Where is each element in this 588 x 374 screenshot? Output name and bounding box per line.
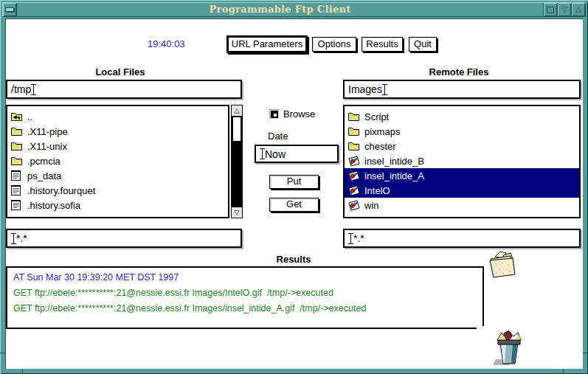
client-area: 19:40:03 URL Parameters Options Results …: [5, 18, 583, 369]
text-cursor: [31, 84, 36, 95]
text-cursor: [382, 84, 387, 95]
folder-icon: [347, 111, 362, 122]
scroll-down-icon[interactable]: ▽: [232, 207, 242, 218]
options-button[interactable]: Options: [312, 37, 356, 52]
remote-path-value: Images: [348, 83, 382, 95]
file-name: .history.sofia: [27, 200, 80, 211]
scroll-up-icon[interactable]: △: [232, 105, 242, 116]
results-title: Results: [220, 254, 367, 265]
image-icon: [347, 199, 362, 211]
document-icon: [10, 170, 24, 181]
file-item-chester[interactable]: chester: [345, 139, 579, 153]
file-item-win[interactable]: win: [345, 198, 579, 212]
date-field[interactable]: Now: [255, 145, 339, 163]
log-line: GET ftp://ebele:**********:21@nessie.ess…: [13, 301, 482, 316]
local-path-field[interactable]: /tmp: [6, 80, 242, 99]
text-cursor: [348, 233, 353, 244]
lower-window-icon: [561, 6, 567, 13]
file-name: Script: [364, 111, 389, 122]
folder-icon: [10, 140, 24, 152]
local-files-title: Local Files: [46, 66, 194, 77]
file-item-ps_data[interactable]: ps_data: [7, 168, 228, 183]
image-icon: [347, 184, 362, 196]
scrollbar-thumb[interactable]: [232, 117, 241, 142]
checkbox-mark: [271, 111, 278, 118]
file-name: insel_intide_A: [364, 170, 424, 181]
file-item-pixmaps[interactable]: pixmaps: [345, 124, 579, 139]
file-item-.X11-pipe[interactable]: .X11-pipe: [7, 124, 228, 139]
image-icon: [347, 155, 362, 167]
file-name: .history.fourquet: [27, 185, 95, 196]
image-icon: [347, 170, 362, 181]
folder-icon: [10, 125, 24, 137]
local-path-value: /tmp: [11, 83, 31, 95]
file-name: pixmaps: [364, 126, 400, 137]
file-name: ..: [27, 111, 32, 122]
file-item-insel_intide_A[interactable]: insel_intide_A: [345, 168, 579, 183]
file-name: insel_intide_B: [364, 156, 424, 167]
maximize-button[interactable]: [543, 3, 557, 16]
file-item-IntelO[interactable]: IntelO: [345, 183, 579, 198]
text-cursor: [260, 148, 265, 159]
frame-notch: [583, 353, 588, 353]
remote-files-title: Remote Files: [385, 66, 533, 77]
file-name: ps_data: [27, 170, 61, 181]
file-item-.history.fourquet[interactable]: .history.fourquet: [7, 183, 228, 198]
file-name: .X11-pipe: [27, 126, 68, 137]
log-line: GET ftp://ebele:**********:21@nessie.ess…: [13, 285, 482, 301]
file-name: IntelO: [364, 185, 390, 196]
folder-icon: [347, 140, 362, 152]
results-button[interactable]: Results: [362, 37, 403, 52]
window-title: Programmable Ftp Client: [17, 3, 543, 16]
frame-notch: [22, 369, 23, 374]
date-value: Now: [265, 148, 286, 160]
date-label: Date: [268, 131, 288, 142]
text-cursor: [11, 233, 16, 244]
frame-notch: [0, 353, 5, 353]
file-name: .X11-unix: [27, 141, 67, 152]
raise-window-button[interactable]: [571, 3, 585, 16]
get-button[interactable]: Get: [269, 198, 319, 212]
remote-path-field[interactable]: Images: [343, 80, 581, 99]
window-menu-button[interactable]: [3, 3, 17, 16]
browse-label: Browse: [283, 108, 315, 120]
local-filter-field[interactable]: *.*: [6, 229, 242, 248]
browse-checkbox[interactable]: [269, 109, 280, 120]
file-item-Script[interactable]: Script: [345, 109, 579, 124]
frame-notch: [563, 369, 564, 374]
trash-icon[interactable]: [491, 327, 527, 367]
parent-folder-icon: [10, 111, 24, 122]
file-item-.X11-unix[interactable]: .X11-unix: [7, 139, 228, 153]
file-name: chester: [364, 141, 396, 152]
remote-filter-field[interactable]: *.*: [343, 229, 581, 248]
file-name: .pcmcia: [27, 156, 60, 167]
remote-filter-value: *.*: [353, 232, 364, 244]
raise-window-icon: [575, 6, 581, 13]
folder-icon: [347, 125, 362, 137]
local-list-scrollbar[interactable]: △ ▽: [231, 105, 243, 218]
file-item-.history.sofia[interactable]: .history.sofia: [7, 198, 228, 212]
open-folder-icon[interactable]: [485, 249, 519, 280]
titlebar: Programmable Ftp Client: [2, 2, 586, 17]
local-filter-value: *.*: [16, 232, 27, 244]
file-item-.pcmcia[interactable]: .pcmcia: [7, 153, 228, 168]
app-window: Programmable Ftp Client 19:40:03 URL Par…: [0, 0, 588, 374]
file-item-insel_intide_B[interactable]: insel_intide_B: [345, 153, 579, 168]
results-log: AT Sun Mar 30 19:39:20 MET DST 1997GET f…: [6, 266, 484, 329]
url-parameters-button[interactable]: URL Parameters: [226, 35, 308, 53]
lower-window-button[interactable]: [557, 3, 571, 16]
checkbox-dot: [274, 114, 277, 117]
clock: 19:40:03: [148, 38, 185, 49]
file-item-..[interactable]: ..: [7, 109, 228, 124]
local-file-list[interactable]: ...X11-pipe.X11-unix.pcmciaps_data.histo…: [6, 105, 229, 218]
document-icon: [10, 184, 24, 196]
maximize-icon: [547, 7, 554, 13]
remote-file-list[interactable]: Scriptpixmapschesterinsel_intide_Binsel_…: [343, 105, 581, 218]
quit-button[interactable]: Quit: [409, 37, 437, 52]
browse-toggle[interactable]: Browse: [269, 108, 315, 120]
window-menu-icon: [5, 7, 14, 12]
file-name: win: [364, 200, 379, 211]
put-button[interactable]: Put: [269, 175, 319, 189]
document-icon: [10, 199, 24, 211]
folder-icon: [10, 155, 24, 167]
